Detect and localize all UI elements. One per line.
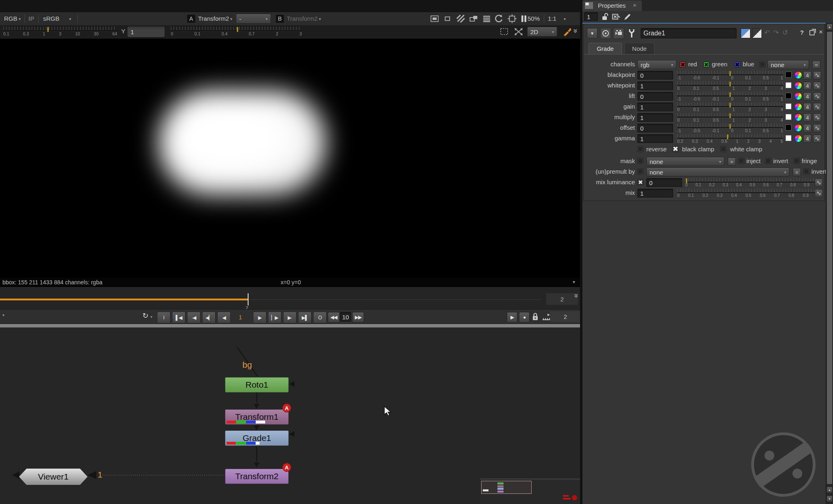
color-wheel-icon[interactable]: [794, 135, 802, 142]
knob-value-input[interactable]: 1: [637, 113, 673, 122]
collapse-panel-button[interactable]: ▼: [587, 28, 597, 39]
colorspace-dropdown[interactable]: sRGB: [43, 15, 59, 22]
channel-count-button[interactable]: 4: [803, 92, 811, 100]
info-expand-icon[interactable]: ▼: [572, 280, 576, 284]
edit-pencil-icon[interactable]: [623, 12, 632, 21]
color-swatch[interactable]: [785, 135, 792, 141]
tab-grade[interactable]: Grade: [589, 43, 622, 54]
scrollbar-down-button[interactable]: ▼: [826, 495, 833, 502]
mix-luminance-checkbox[interactable]: ✖: [637, 179, 643, 185]
minimap-view-rect[interactable]: [481, 481, 532, 494]
wrench-icon[interactable]: [626, 28, 637, 39]
tab-node[interactable]: Node: [624, 43, 654, 54]
equals-button[interactable]: =: [728, 157, 736, 166]
close-panel-icon[interactable]: ×: [819, 28, 823, 36]
pause-icon[interactable]: [521, 15, 527, 23]
clear-panels-icon[interactable]: [612, 12, 621, 21]
lock-range-icon[interactable]: [531, 312, 539, 322]
chevron-down-icon[interactable]: ▾: [19, 17, 21, 21]
channels-layer-dropdown[interactable]: rgb ▾: [637, 60, 676, 69]
channel-count-button[interactable]: 4: [803, 82, 811, 90]
color-swatch[interactable]: [785, 124, 792, 131]
mask-channel-dropdown[interactable]: none ▾: [646, 157, 724, 166]
refresh-icon[interactable]: [495, 14, 504, 23]
node-connections-icon[interactable]: [513, 27, 524, 37]
curve-editor-button[interactable]: ∿: [813, 103, 821, 111]
equals-button[interactable]: =: [793, 168, 801, 176]
chevron-down-icon[interactable]: ▾: [564, 17, 566, 21]
viewer-canvas[interactable]: [0, 39, 580, 278]
mix-slider[interactable]: 00.10.20.30.40.50.60.70.80.91: [677, 188, 820, 198]
knob-slider[interactable]: 00.10.51234: [677, 113, 783, 122]
knob-slider[interactable]: 00.10.51234: [677, 102, 783, 112]
small-square-icon[interactable]: [443, 15, 451, 23]
curve-editor-button[interactable]: ∿: [813, 135, 821, 143]
bg-input-label[interactable]: bg: [242, 360, 252, 370]
color-wheel-icon[interactable]: [794, 124, 802, 132]
equals-button[interactable]: =: [812, 61, 820, 69]
fps-field[interactable]: 2: [550, 311, 581, 322]
curve-editor-button[interactable]: ∿: [815, 179, 823, 187]
diagonal-stripes-icon[interactable]: [456, 15, 465, 23]
channel-display-dropdown[interactable]: RGB: [4, 15, 17, 22]
channel-count-button[interactable]: 4: [803, 103, 811, 111]
lock-panels-icon[interactable]: [601, 12, 609, 21]
chevron-down-icon[interactable]: ▾: [319, 17, 321, 21]
input-a-dropdown[interactable]: Transform2: [198, 15, 229, 22]
extra-channel-dropdown[interactable]: none ▾: [768, 60, 809, 69]
horizontal-lines-icon[interactable]: [482, 15, 491, 23]
collapse-chevrons-icon[interactable]: «: [570, 29, 579, 33]
color-swatch[interactable]: [785, 93, 792, 99]
center-node-icon[interactable]: [600, 28, 611, 39]
fringe-checkbox[interactable]: [794, 158, 800, 164]
green-channel-checkbox[interactable]: ✖: [703, 61, 709, 68]
frame-increment-button[interactable]: ▶▶: [352, 312, 364, 323]
knob-slider[interactable]: 0.20.30.40.612345: [677, 134, 783, 144]
chevron-down-icon[interactable]: ▾: [230, 17, 232, 21]
knob-value-input[interactable]: 1: [637, 81, 673, 90]
playback-button[interactable]: ▶∙: [283, 312, 297, 323]
curve-editor-button[interactable]: ∿: [815, 189, 823, 197]
playback-button[interactable]: ▶▌: [298, 312, 312, 323]
timeline-collapse-chevrons-icon[interactable]: «: [571, 294, 580, 298]
premult-checkbox[interactable]: [637, 168, 643, 175]
ab-blend-dropdown[interactable]: - ▾: [236, 14, 271, 24]
invert-mask-checkbox[interactable]: [765, 158, 771, 164]
viewer-gain-slider[interactable]: 0.10.313103064: [3, 26, 117, 36]
input-process-toggle[interactable]: IP: [28, 15, 34, 22]
close-icon[interactable]: ×: [633, 2, 637, 9]
float-panel-icon[interactable]: [809, 28, 816, 36]
knob-value-input[interactable]: 0: [637, 71, 673, 80]
playback-button[interactable]: ◀▏: [202, 312, 216, 323]
knob-slider[interactable]: -1-0.5-0.100.10.51: [677, 70, 783, 80]
white-clamp-checkbox[interactable]: [720, 146, 726, 152]
channel-count-button[interactable]: 4: [803, 71, 811, 79]
curve-editor-button[interactable]: ∿: [813, 82, 821, 90]
overlapping-squares-icon[interactable]: [469, 15, 478, 23]
extra-channel-checkbox[interactable]: [759, 61, 765, 68]
timeline[interactable]: 2 2: [0, 287, 580, 310]
color-wheel-icon[interactable]: [794, 82, 802, 89]
playhead[interactable]: [248, 293, 249, 305]
playback-button[interactable]: O: [313, 312, 327, 323]
knob-slider[interactable]: -1-0.5-0.100.10.51: [677, 92, 783, 101]
color-swatch[interactable]: [785, 82, 792, 88]
knob-value-input[interactable]: 0: [637, 124, 673, 133]
scrollbar-up-button[interactable]: ▲: [826, 24, 833, 30]
reverse-checkbox[interactable]: [637, 146, 643, 152]
split-compare-white-icon[interactable]: [752, 28, 762, 38]
red-channel-checkbox[interactable]: ✖: [680, 61, 686, 68]
selection-box-icon[interactable]: [499, 27, 509, 37]
color-wheel-icon[interactable]: [794, 92, 802, 100]
node-name-field[interactable]: Grade1: [641, 28, 737, 39]
black-clamp-checkbox[interactable]: ✖: [672, 146, 678, 152]
channel-count-button[interactable]: 4: [803, 135, 811, 143]
color-wheel-icon[interactable]: [794, 103, 802, 111]
node-graph-minimap[interactable]: [480, 479, 580, 504]
pixel-aspect-dropdown[interactable]: 1:1: [548, 15, 556, 22]
help-icon[interactable]: ?: [800, 29, 804, 36]
zoom-level-dropdown[interactable]: 50%: [528, 15, 540, 22]
knob-value-input[interactable]: 1: [637, 134, 673, 143]
channel-count-button[interactable]: 4: [803, 113, 811, 122]
gamma-value-input[interactable]: 1: [128, 27, 164, 37]
